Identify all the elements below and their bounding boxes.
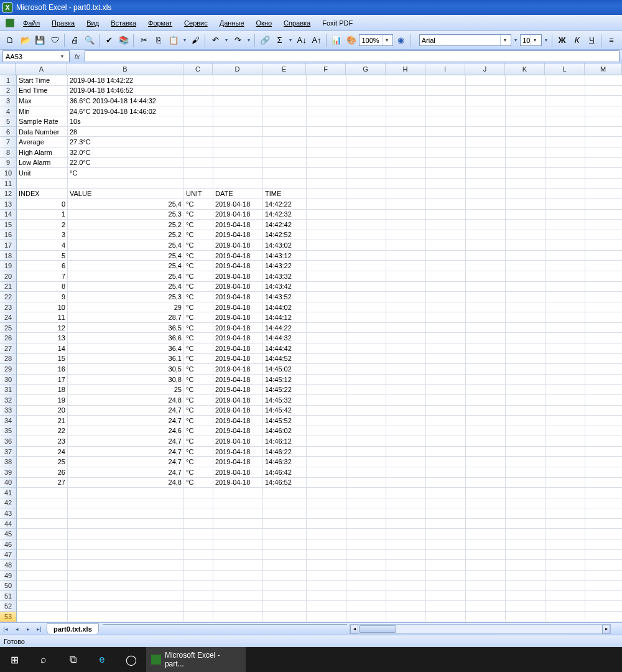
cell-H44[interactable] bbox=[386, 519, 426, 530]
cell-A7[interactable]: Average bbox=[17, 137, 68, 147]
cell-M16[interactable] bbox=[585, 230, 622, 241]
cell-M3[interactable] bbox=[585, 96, 622, 106]
print-button[interactable]: 🖨 bbox=[68, 34, 81, 47]
cell-L19[interactable] bbox=[545, 261, 585, 271]
cell-F27[interactable] bbox=[307, 343, 346, 354]
cell-F44[interactable] bbox=[307, 519, 346, 530]
cell-G42[interactable] bbox=[346, 498, 386, 509]
cell-I24[interactable] bbox=[426, 312, 466, 323]
cell-E44[interactable] bbox=[263, 519, 307, 530]
horizontal-scrollbar[interactable]: ◂ ▸ bbox=[350, 624, 611, 634]
cell-F3[interactable] bbox=[307, 96, 346, 106]
hscroll-right[interactable]: ▸ bbox=[602, 625, 610, 633]
cell-I29[interactable] bbox=[426, 364, 466, 375]
cell-C31[interactable]: °C bbox=[184, 385, 213, 395]
cell-D21[interactable]: 2019-04-18 bbox=[213, 282, 263, 292]
cell-K43[interactable] bbox=[506, 508, 545, 519]
cell-E48[interactable] bbox=[263, 560, 307, 571]
cell-I35[interactable] bbox=[426, 426, 466, 437]
cell-A48[interactable] bbox=[17, 560, 68, 571]
help-button[interactable]: ◉ bbox=[394, 34, 408, 47]
sort-asc-button[interactable]: A↓ bbox=[295, 34, 309, 47]
cell-B13[interactable]: 25,4 bbox=[68, 199, 184, 210]
row-header-49[interactable]: 49 bbox=[0, 571, 17, 581]
cell-M38[interactable] bbox=[585, 457, 622, 467]
cell-E10[interactable] bbox=[263, 168, 307, 179]
cell-A34[interactable]: 21 bbox=[17, 416, 68, 426]
row-header-25[interactable]: 25 bbox=[0, 323, 17, 334]
cell-F25[interactable] bbox=[307, 323, 346, 334]
cell-B28[interactable]: 36,1 bbox=[68, 354, 184, 365]
cell-L42[interactable] bbox=[545, 498, 585, 509]
cell-F8[interactable] bbox=[307, 147, 346, 158]
cell-M51[interactable] bbox=[585, 591, 622, 602]
row-header-1[interactable]: 1 bbox=[0, 75, 17, 86]
cell-A43[interactable] bbox=[17, 508, 68, 519]
cell-J5[interactable] bbox=[466, 116, 506, 127]
cell-A22[interactable]: 9 bbox=[17, 292, 68, 302]
cell-G28[interactable] bbox=[346, 354, 386, 365]
cell-L43[interactable] bbox=[545, 508, 585, 519]
cell-C17[interactable]: °C bbox=[184, 240, 213, 251]
cell-G25[interactable] bbox=[346, 323, 386, 334]
cell-M19[interactable] bbox=[585, 261, 622, 271]
cell-B10[interactable]: °C bbox=[68, 168, 184, 179]
cell-A12[interactable]: INDEX bbox=[17, 189, 68, 199]
cell-I15[interactable] bbox=[426, 220, 466, 230]
cell-C34[interactable]: °C bbox=[184, 416, 213, 426]
cell-L31[interactable] bbox=[545, 385, 585, 395]
cell-G14[interactable] bbox=[346, 210, 386, 220]
cell-M27[interactable] bbox=[585, 343, 622, 354]
cell-C11[interactable] bbox=[184, 179, 213, 189]
cell-K8[interactable] bbox=[506, 147, 545, 158]
cell-J11[interactable] bbox=[466, 179, 506, 189]
cell-C16[interactable]: °C bbox=[184, 230, 213, 241]
cell-L25[interactable] bbox=[545, 323, 585, 334]
name-box[interactable]: AA53▾ bbox=[2, 50, 70, 62]
cell-L1[interactable] bbox=[545, 75, 585, 86]
cell-J28[interactable] bbox=[466, 354, 506, 365]
cell-H17[interactable] bbox=[386, 240, 426, 251]
cell-G3[interactable] bbox=[346, 96, 386, 106]
cell-B35[interactable]: 24,6 bbox=[68, 426, 184, 437]
cell-D30[interactable]: 2019-04-18 bbox=[213, 375, 263, 385]
cell-M17[interactable] bbox=[585, 240, 622, 251]
row-header-41[interactable]: 41 bbox=[0, 488, 17, 498]
row-header-48[interactable]: 48 bbox=[0, 560, 17, 571]
cell-F12[interactable] bbox=[307, 189, 346, 199]
row-header-51[interactable]: 51 bbox=[0, 591, 17, 602]
cell-A20[interactable]: 7 bbox=[17, 271, 68, 282]
cell-A19[interactable]: 6 bbox=[17, 261, 68, 271]
cell-A24[interactable]: 11 bbox=[17, 312, 68, 323]
cell-D23[interactable]: 2019-04-18 bbox=[213, 302, 263, 313]
cell-A5[interactable]: Sample Rate bbox=[17, 116, 68, 127]
cell-C7[interactable] bbox=[184, 137, 213, 147]
cell-L17[interactable] bbox=[545, 240, 585, 251]
cell-M8[interactable] bbox=[585, 147, 622, 158]
cell-J23[interactable] bbox=[466, 302, 506, 313]
cell-L50[interactable] bbox=[545, 581, 585, 591]
cell-G15[interactable] bbox=[346, 220, 386, 230]
cell-H38[interactable] bbox=[386, 457, 426, 467]
cell-A25[interactable]: 12 bbox=[17, 323, 68, 334]
cell-D34[interactable]: 2019-04-18 bbox=[213, 416, 263, 426]
row-header-53[interactable]: 53 bbox=[0, 612, 17, 622]
cell-J38[interactable] bbox=[466, 457, 506, 467]
cell-D4[interactable] bbox=[213, 106, 263, 117]
cell-M9[interactable] bbox=[585, 158, 622, 169]
cell-A15[interactable]: 2 bbox=[17, 220, 68, 230]
cell-C36[interactable]: °C bbox=[184, 436, 213, 447]
cell-E3[interactable] bbox=[263, 96, 307, 106]
cell-A49[interactable] bbox=[17, 571, 68, 581]
cell-H20[interactable] bbox=[386, 271, 426, 282]
cell-F48[interactable] bbox=[307, 560, 346, 571]
cell-A10[interactable]: Unit bbox=[17, 168, 68, 179]
cell-H33[interactable] bbox=[386, 406, 426, 416]
cell-D50[interactable] bbox=[213, 581, 263, 591]
chart-button[interactable]: 📊 bbox=[330, 34, 343, 47]
cell-A29[interactable]: 16 bbox=[17, 364, 68, 375]
cell-G40[interactable] bbox=[346, 478, 386, 488]
cell-G30[interactable] bbox=[346, 375, 386, 385]
cell-H27[interactable] bbox=[386, 343, 426, 354]
cell-D47[interactable] bbox=[213, 550, 263, 561]
